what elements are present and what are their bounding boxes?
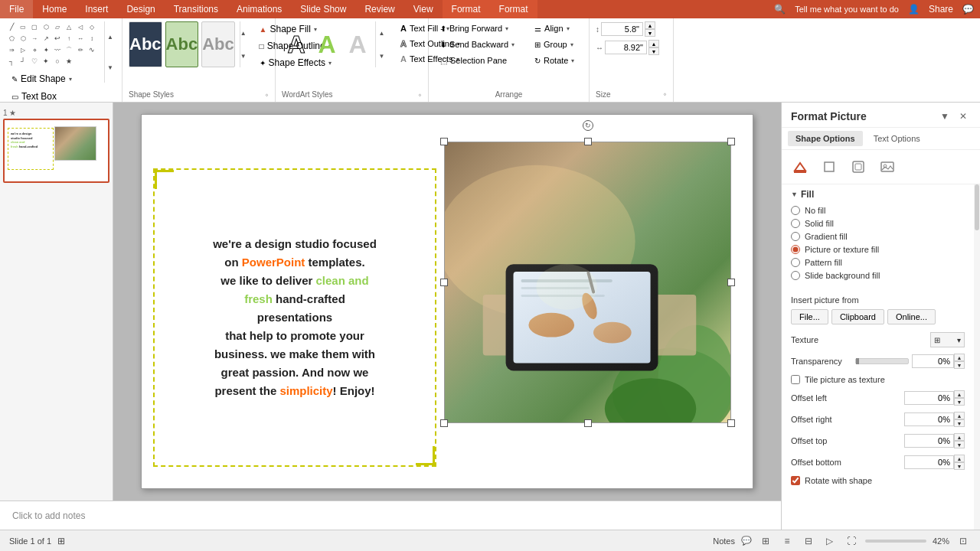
offset-bottom-up[interactable]: ▲ — [954, 455, 965, 462]
star4-icon[interactable]: ✦ — [41, 56, 51, 67]
picture-type-icon[interactable] — [875, 155, 900, 179]
outline-view-button[interactable]: ≡ — [779, 533, 795, 549]
shape-options-tab[interactable]: Shape Options — [788, 131, 863, 146]
group-button[interactable]: ⊞ Group ▾ — [529, 37, 580, 51]
fit-slide-button[interactable]: ⊡ — [956, 533, 971, 549]
handle-tr[interactable] — [727, 138, 735, 145]
curve-icon[interactable]: ∿ — [87, 44, 97, 55]
handle-bm[interactable] — [584, 419, 592, 427]
width-down-spinner[interactable]: ▼ — [648, 47, 659, 55]
panel-close-button[interactable]: ✕ — [956, 109, 971, 124]
styles-scroll-down[interactable]: ▼ — [240, 53, 247, 60]
tab-slideshow[interactable]: Slide Show — [291, 0, 355, 18]
width-input[interactable] — [605, 41, 647, 54]
offset-left-input[interactable] — [904, 391, 954, 405]
offset-bottom-down[interactable]: ▼ — [954, 462, 965, 470]
tile-checkbox[interactable] — [791, 375, 800, 384]
curvarrow-icon[interactable]: ↩ — [52, 33, 63, 44]
wordart-scroll[interactable]: ▲ ▼ — [375, 21, 387, 67]
oval-icon[interactable]: ○ — [52, 56, 63, 67]
tab-view[interactable]: View — [404, 0, 443, 18]
text-options-tab[interactable]: Text Options — [866, 131, 928, 146]
online-button[interactable]: Online... — [887, 309, 936, 324]
shadow-type-icon[interactable] — [817, 155, 841, 179]
transparency-down[interactable]: ▼ — [954, 361, 965, 369]
align-button[interactable]: ⚌ Align ▾ — [529, 21, 580, 35]
comments-icon[interactable]: 💬 — [741, 536, 752, 546]
styles-scroll[interactable]: ▲ ▼ — [240, 21, 247, 67]
wordart-scroll-down[interactable]: ▼ — [379, 53, 385, 60]
no-fill-option[interactable]: No fill — [791, 206, 965, 215]
no-fill-radio[interactable] — [791, 206, 800, 215]
pattern-fill-option[interactable]: Pattern fill — [791, 258, 965, 267]
uarrow-icon[interactable]: ↑ — [64, 33, 74, 44]
gradient-fill-option[interactable]: Gradient fill — [791, 232, 965, 241]
rounded-rect-icon[interactable]: ▢ — [29, 21, 40, 32]
diamond-icon[interactable]: ◇ — [87, 21, 97, 32]
pattern-fill-radio[interactable] — [791, 258, 800, 267]
tab-design[interactable]: Design — [117, 0, 164, 18]
effects-type-icon[interactable] — [846, 155, 871, 179]
abc-green-button[interactable]: Abc — [165, 21, 199, 67]
tell-me-field[interactable]: Tell me what you want to do — [795, 5, 899, 14]
rect-shape-icon[interactable]: ▭ — [18, 21, 28, 32]
notes-button[interactable]: Notes — [713, 536, 735, 546]
pentagon-icon[interactable]: ⬠ — [6, 33, 17, 44]
panel-collapse-button[interactable]: ▼ — [937, 109, 952, 124]
snip-rect-icon[interactable]: ⬡ — [41, 21, 51, 32]
line-shape-icon[interactable]: ╱ — [6, 21, 17, 32]
handle-tm[interactable] — [584, 138, 592, 145]
selection-pane-button[interactable]: ⬚ Selection Pane — [435, 54, 520, 67]
offset-right-down[interactable]: ▼ — [954, 419, 965, 427]
size-expand[interactable]: ⬦ — [663, 90, 667, 99]
solid-fill-option[interactable]: Solid fill — [791, 219, 965, 228]
picture-texture-radio[interactable] — [791, 245, 800, 254]
offset-left-up[interactable]: ▲ — [954, 390, 965, 398]
arc-icon[interactable]: ⌒ — [64, 44, 74, 55]
heart-icon[interactable]: ♡ — [29, 56, 40, 67]
handle-tl[interactable] — [440, 138, 448, 145]
hexagon-icon[interactable]: ⬡ — [18, 33, 28, 44]
tab-insert[interactable]: Insert — [76, 0, 117, 18]
texture-selector[interactable]: ⊞ ▾ — [930, 332, 965, 347]
wordart-scroll-up[interactable]: ▲ — [379, 30, 385, 37]
format-panel-scrollbar[interactable] — [974, 184, 980, 530]
normal-view-button[interactable]: ⊞ — [758, 533, 773, 549]
offset-top-up[interactable]: ▲ — [954, 433, 965, 441]
parallelogram-icon[interactable]: ▱ — [52, 21, 63, 32]
text-box-button[interactable]: ▭ Text Box — [6, 89, 101, 104]
blockarrow-icon[interactable]: ▷ — [18, 44, 28, 55]
notes-area[interactable]: Click to add notes — [0, 500, 781, 530]
height-up-spinner[interactable]: ▲ — [645, 21, 655, 29]
slide-bg-option[interactable]: Slide background fill — [791, 271, 965, 280]
notch-icon[interactable]: ⋄ — [29, 44, 40, 55]
striparrow-icon[interactable]: ⇒ — [6, 44, 17, 55]
format-panel-scrollbar-thumb[interactable] — [975, 184, 979, 230]
handle-br[interactable] — [727, 419, 735, 427]
solid-fill-radio[interactable] — [791, 219, 800, 228]
offset-top-input[interactable] — [904, 434, 954, 448]
fill-line-type-icon[interactable] — [788, 155, 812, 179]
arrow-icon[interactable]: → — [29, 33, 40, 44]
tab-review[interactable]: Review — [355, 0, 403, 18]
darrow-icon[interactable]: ↗ — [41, 33, 51, 44]
shape-styles-expand[interactable]: ⬦ — [265, 91, 269, 98]
misc1-icon[interactable]: ✦ — [41, 44, 51, 55]
scroll-down-icon[interactable]: ▼ — [107, 64, 113, 71]
tab-home[interactable]: Home — [33, 0, 76, 18]
tab-transitions[interactable]: Transitions — [165, 0, 227, 18]
reading-view-button[interactable]: ▷ — [822, 533, 838, 549]
height-input[interactable] — [601, 22, 643, 36]
picture-texture-option[interactable]: Picture or texture fill — [791, 245, 965, 254]
freeform-icon[interactable]: ✏ — [75, 44, 86, 55]
image-element[interactable]: ↻ — [444, 142, 731, 423]
shapes-scroll[interactable]: ▲ ▼ — [104, 21, 116, 83]
presenter-view-button[interactable]: ⛶ — [844, 533, 859, 549]
bring-forward-button[interactable]: ⬆ Bring Forward ▾ — [435, 21, 520, 35]
zoom-slider[interactable] — [865, 540, 926, 543]
wordart-expand[interactable]: ⬦ — [418, 91, 422, 98]
file-button[interactable]: File... — [791, 309, 828, 324]
transparency-up[interactable]: ▲ — [954, 354, 965, 361]
wave-icon[interactable]: 〰 — [52, 44, 63, 55]
slide-bg-radio[interactable] — [791, 271, 800, 280]
